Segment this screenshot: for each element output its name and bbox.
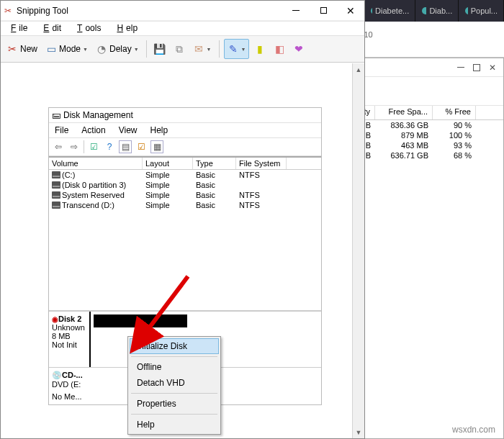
svg-point-0 (371, 7, 372, 14)
help-button[interactable]: ? (103, 140, 116, 153)
volume-icon (52, 181, 60, 189)
highlighter-button[interactable]: ▮ (251, 39, 269, 59)
volume-table-header: Volume Layout Type File System (49, 158, 321, 170)
mode-icon: ▭ (45, 43, 57, 55)
new-button[interactable]: ✂New (4, 39, 40, 59)
unallocated-bar[interactable] (94, 314, 187, 327)
table-row[interactable]: (Disk 0 partition 3)SimpleBasic (49, 180, 321, 190)
close-button[interactable]: ✕ (337, 1, 364, 21)
save-button[interactable]: 💾 (151, 39, 168, 59)
disk-icon: 🖴 (52, 110, 60, 120)
volume-icon (52, 202, 60, 209)
maximize-button[interactable] (310, 1, 337, 21)
browser-tab-3[interactable]: Popul... (459, 0, 504, 22)
col-freespace[interactable]: Free Spa... (375, 106, 433, 119)
menu-initialize-disk[interactable]: Initialize Disk (130, 338, 219, 354)
menu-file[interactable]: File (53, 124, 70, 137)
pen-dropdown[interactable]: ✎▼ (224, 39, 250, 59)
browser-tabs: Diabete... Diab... Popul... (364, 0, 504, 22)
dm-titlebar: 🖴Disk Management (49, 108, 321, 122)
snipping-tool-window: ✂ Snipping Tool ✕ File Edit Tools Help ✂… (0, 0, 365, 439)
chevron-down-icon: ▼ (241, 47, 246, 52)
menu-properties[interactable]: Properties (130, 396, 219, 412)
volume-icon (52, 191, 60, 199)
toolbar: ✂New ▭Mode▼ ◔Delay▼ 💾 ⧉ ✉▼ ✎▼ ▮ ◧ ❤ (1, 35, 364, 63)
maximize-button[interactable] (473, 64, 480, 71)
tab-label: Popul... (471, 6, 498, 15)
chevron-down-icon: ▼ (207, 47, 212, 52)
menu-help[interactable]: Help (111, 22, 140, 35)
paint-icon: ❤ (293, 43, 305, 55)
col-filesystem[interactable]: File System (236, 158, 287, 169)
disk2-title: Disk 2 (58, 314, 81, 323)
menu-view[interactable]: View (117, 124, 139, 137)
tab-label: Diab... (429, 6, 452, 15)
mode-dropdown[interactable]: ▭Mode▼ (42, 39, 91, 59)
menu-tools[interactable]: Tools (71, 22, 104, 35)
tab-label: Diabete... (375, 6, 409, 15)
delay-label: Delay (109, 44, 132, 54)
menu-edit[interactable]: Edit (37, 22, 64, 35)
dm-menu-bar: File Action View Help (49, 122, 321, 137)
menu-help[interactable]: Help (149, 124, 170, 137)
save-icon: 💾 (154, 43, 166, 55)
disk2-status: Unknown (52, 323, 86, 332)
menu-detach-vhd[interactable]: Detach VHD (130, 375, 219, 391)
menu-offline[interactable]: Offline (130, 359, 219, 375)
clock-icon: ◔ (96, 43, 107, 55)
scroll-up-icon[interactable]: ▲ (353, 63, 364, 76)
menu-bar: File Edit Tools Help (1, 21, 364, 35)
scissors-icon: ✂ (6, 43, 18, 55)
delay-dropdown[interactable]: ◔Delay▼ (93, 39, 142, 59)
layout2-button[interactable]: ☑ (135, 140, 148, 153)
layout1-button[interactable]: ▤ (119, 140, 132, 153)
col-type[interactable]: Type (193, 158, 236, 169)
table-row[interactable]: (C:)SimpleBasicNTFS (49, 170, 321, 180)
svg-point-2 (465, 7, 467, 14)
volume-icon (52, 171, 60, 178)
dm-toolbar: ⇦ ⇨ ☑ ? ▤ ☑ ▦ (49, 137, 321, 156)
col-pctfree[interactable]: % Free (433, 106, 476, 119)
minimize-button[interactable] (282, 1, 310, 21)
paint3d-button[interactable]: ❤ (290, 39, 307, 59)
table-row[interactable]: System ReservedSimpleBasicNTFS (49, 190, 321, 200)
close-button[interactable]: ✕ (489, 63, 496, 73)
svg-point-1 (422, 7, 426, 14)
menu-file[interactable]: File (5, 22, 30, 35)
back-button[interactable]: ⇦ (52, 140, 65, 153)
mode-label: Mode (59, 44, 81, 54)
watermark: wsxdn.com (452, 425, 495, 435)
context-menu: Initialize Disk Offline Detach VHD Prope… (127, 336, 221, 435)
new-label: New (20, 44, 37, 54)
snip-canvas: 🖴Disk Management File Action View Help ⇦… (1, 64, 352, 438)
browser-tab-1[interactable]: Diabete... (364, 0, 415, 22)
scrollbar-vertical[interactable]: ▲ ▼ (352, 63, 364, 438)
copy-icon: ⧉ (174, 43, 185, 55)
cd-icon: 💿 (52, 371, 62, 379)
disk2-size: 8 MB (52, 332, 86, 340)
highlighter-icon: ▮ (254, 43, 266, 55)
copy-button[interactable]: ⧉ (171, 39, 188, 59)
chevron-down-icon: ▼ (83, 47, 88, 52)
eraser-button[interactable]: ◧ (271, 39, 288, 59)
col-volume[interactable]: Volume (49, 158, 143, 169)
dm-title: Disk Management (63, 110, 133, 120)
layout3-button[interactable]: ▦ (150, 140, 163, 153)
warning-icon: ◉ (52, 315, 58, 323)
forward-button[interactable]: ⇨ (68, 140, 81, 153)
pen-icon: ✎ (228, 43, 239, 55)
table-row[interactable]: Transcend (D:)SimpleBasicNTFS (49, 200, 321, 210)
col-layout[interactable]: Layout (143, 158, 193, 169)
refresh-button[interactable]: ☑ (87, 140, 100, 153)
window-title: Snipping Tool (15, 6, 282, 16)
app-icon: ✂ (1, 6, 15, 16)
scroll-down-icon[interactable]: ▼ (353, 426, 364, 438)
chevron-down-icon: ▼ (134, 47, 139, 52)
minimize-button[interactable] (457, 67, 464, 68)
menu-help[interactable]: Help (130, 417, 219, 433)
browser-tab-2[interactable]: Diab... (415, 0, 459, 22)
send-icon: ✉ (193, 43, 204, 55)
send-button[interactable]: ✉▼ (190, 39, 215, 59)
menu-action[interactable]: Action (80, 124, 107, 137)
titlebar[interactable]: ✂ Snipping Tool ✕ (1, 1, 364, 21)
